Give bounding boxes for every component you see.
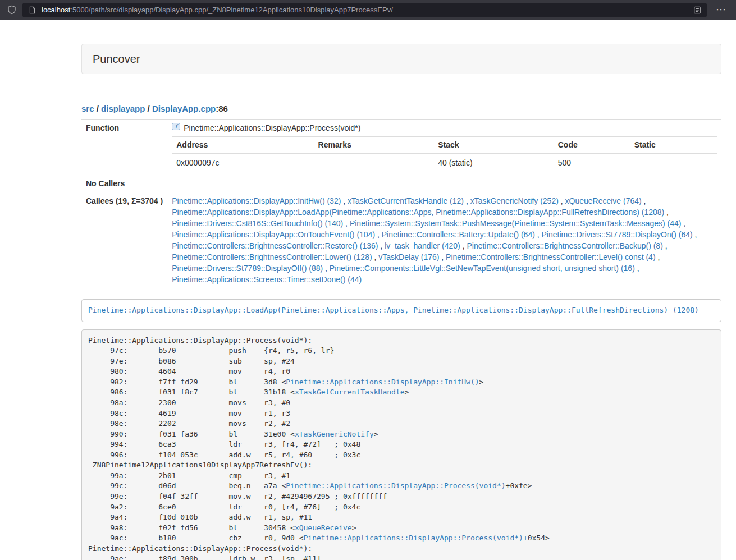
callee-link[interactable]: Pinetime::Controllers::Battery::Update()… [382,230,535,239]
callees-cell: Pinetime::Applications::DisplayApp::Init… [167,192,721,288]
no-callers-cell [167,175,721,192]
no-callers-label: No Callers [81,175,167,192]
callee-link[interactable]: Pinetime::Drivers::Cst816S::GetTouchInfo… [172,219,343,228]
app-title: Puncover [93,53,140,65]
callee-link[interactable]: Pinetime::System::SystemTask::PushMessag… [350,219,682,228]
url-path: :5000/path/src/displayapp/DisplayApp.cpp… [70,6,393,14]
function-name: Pinetime::Applications::DisplayApp::Proc… [184,122,360,134]
function-cell: f Pinetime::Applications::DisplayApp::Pr… [167,120,721,175]
callee-link[interactable]: Pinetime::Controllers::BrightnessControl… [172,253,372,261]
browser-toolbar: localhost:5000/path/src/displayapp/Displ… [0,0,736,20]
column-header: Static [630,137,717,154]
column-header: Address [172,137,313,154]
breadcrumb-link[interactable]: DisplayApp.cpp [152,104,216,113]
callee-link[interactable]: xTaskGetCurrentTaskHandle (12) [348,196,464,205]
callees-label: Callees (19, Σ=3704 ) [81,192,167,288]
function-row: Function f Pinetime::Applications::Displ… [81,120,721,175]
disassembly-symbol-link[interactable]: xQueueReceive [295,524,352,532]
app-title-panel: Puncover [81,44,721,74]
divider [81,91,721,91]
callee-link[interactable]: Pinetime::Drivers::St7789::DisplayOn() (… [542,230,693,239]
callee-link[interactable]: Pinetime::Controllers::BrightnessControl… [446,253,655,261]
overflow-menu-icon[interactable]: ⋯ [711,0,730,20]
callee-link[interactable]: vTaskDelay (176) [378,253,439,261]
reader-view-icon[interactable] [691,4,703,16]
symbol-columns-row: AddressRemarksStackCodeStatic [172,137,717,154]
symbol-table: Function f Pinetime::Applications::Displ… [81,119,721,288]
highlighted-callee-box: Pinetime::Applications::DisplayApp::Load… [81,299,721,322]
code-value: 500 [554,153,630,172]
breadcrumb-link[interactable]: displayapp [101,104,145,113]
callee-link[interactable]: Pinetime::Components::LittleVgl::SetNewT… [330,264,635,273]
column-header: Stack [433,137,554,154]
callee-link[interactable]: Pinetime::Applications::Screens::Timer::… [172,275,362,284]
column-header: Remarks [314,137,434,154]
url-text: localhost:5000/path/src/displayapp/Displ… [42,6,688,14]
callee-link[interactable]: Pinetime::Controllers::BrightnessControl… [172,241,378,250]
no-callers-row: No Callers [81,175,721,192]
disassembly-symbol-link[interactable]: Pinetime::Applications::DisplayApp::Proc… [286,481,505,490]
symbol-metrics-table: AddressRemarksStackCodeStatic 0x0000097c… [172,136,717,172]
url-bar[interactable]: localhost:5000/path/src/displayapp/Displ… [22,3,707,17]
tracking-protection-shield-icon[interactable] [6,4,18,16]
callee-link[interactable]: xQueueReceive (764) [565,196,642,205]
stack-value: 40 (static) [433,153,554,172]
callees-row: Callees (19, Σ=3704 ) Pinetime::Applicat… [81,192,721,288]
disassembly: Pinetime::Applications::DisplayApp::Proc… [81,329,721,560]
address-value: 0x0000097c [172,153,313,172]
highlighted-callee-link[interactable]: Pinetime::Applications::DisplayApp::Load… [88,306,699,314]
callee-link[interactable]: Pinetime::Drivers::St7789::DisplayOff() … [172,264,323,273]
callee-link[interactable]: Pinetime::Applications::DisplayApp::Init… [172,196,341,205]
callee-link[interactable]: Pinetime::Applications::DisplayApp::Load… [172,208,664,217]
function-type-icon: f [172,122,180,134]
breadcrumb: src / displayapp / DisplayApp.cpp:86 [81,103,721,114]
callee-link[interactable]: lv_task_handler (420) [385,241,460,250]
url-host: localhost [42,6,70,14]
static-value [630,153,717,172]
callee-link[interactable]: Pinetime::Applications::DisplayApp::OnTo… [172,230,375,239]
breadcrumb-line-number: :86 [216,104,228,113]
disassembly-symbol-link[interactable]: Pinetime::Applications::DisplayApp::Init… [286,378,479,386]
disassembly-symbol-link[interactable]: Pinetime::Applications::DisplayApp::Proc… [304,534,523,542]
symbol-values-row: 0x0000097c 40 (static) 500 [172,153,717,172]
function-row-label: Function [81,120,167,175]
disassembly-symbol-link[interactable]: xTaskGetCurrentTaskHandle [295,388,405,396]
page-info-icon[interactable] [26,4,38,16]
callee-link[interactable]: Pinetime::Controllers::BrightnessControl… [467,241,662,250]
breadcrumb-link[interactable]: src [81,104,94,113]
remarks-value [314,153,434,172]
column-header: Code [554,137,630,154]
disassembly-symbol-link[interactable]: xTaskGenericNotify [295,430,374,438]
callee-link[interactable]: xTaskGenericNotify (252) [470,196,559,205]
page-container: Puncover src / displayapp / DisplayApp.c… [81,44,721,560]
